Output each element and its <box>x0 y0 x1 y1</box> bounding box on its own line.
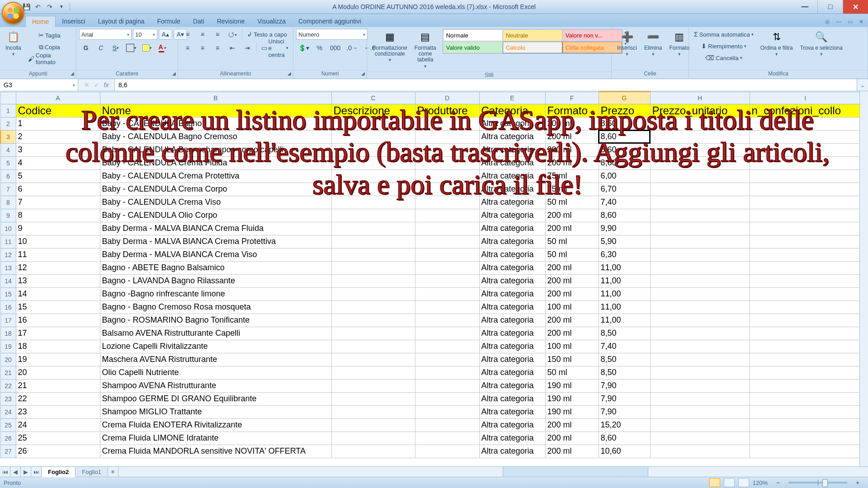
cell-H1[interactable]: Prezzo_unitario <box>650 104 750 117</box>
ribbon-options-icon[interactable]: ▭ <box>848 19 853 25</box>
merge-center-button[interactable]: ▭Unisci e centra▾ <box>259 42 291 53</box>
cell-F17[interactable]: 200 ml <box>545 314 599 327</box>
cell-D4[interactable] <box>415 143 479 156</box>
cell-E19[interactable]: Altra categoria <box>479 340 545 353</box>
delete-cells-button[interactable]: ➖Elimina▼ <box>642 29 665 57</box>
cell-G21[interactable]: 8,50 <box>599 366 650 379</box>
cell-C13[interactable] <box>331 261 415 274</box>
currency-button[interactable]: 💲▾ <box>296 42 311 53</box>
cell-B19[interactable]: Lozione Capelli Rivitalizzante <box>100 340 331 353</box>
cell-I3[interactable] <box>750 130 859 143</box>
format-painter-button[interactable]: 🖌Copia formato <box>26 53 73 64</box>
borders-button[interactable]: ▾ <box>124 42 139 53</box>
cell-H10[interactable] <box>650 222 750 235</box>
ribbon-tab-componenti-aggiuntivi[interactable]: Componenti aggiuntivi <box>292 16 368 27</box>
cell-I11[interactable] <box>750 235 859 248</box>
style-calcolo[interactable]: Calcolo <box>503 42 562 53</box>
cell-D22[interactable] <box>415 379 479 392</box>
cell-F8[interactable]: 50 ml <box>545 196 599 209</box>
find-select-button[interactable]: 🔍Trova e seleziona▼ <box>797 29 845 57</box>
font-name-combo[interactable]: Arial▾ <box>79 29 132 40</box>
column-header-H[interactable]: H <box>650 92 750 104</box>
style-normale[interactable]: Normale <box>443 29 503 41</box>
cell-I9[interactable] <box>750 209 859 222</box>
cell-B16[interactable]: Bagno - Bagno Cremoso Rosa mosqueta <box>100 300 331 314</box>
cell-B24[interactable]: Shampoo MIGLIO Trattante <box>100 405 331 418</box>
cell-C25[interactable] <box>331 418 415 432</box>
cell-I5[interactable] <box>750 156 859 169</box>
cell-A5[interactable]: 4 <box>16 156 100 169</box>
cell-I13[interactable] <box>750 261 859 274</box>
cell-G16[interactable]: 11,00 <box>599 300 650 314</box>
cell-A12[interactable]: 11 <box>16 248 100 261</box>
align-bottom-button[interactable]: ≡ <box>211 29 224 40</box>
cell-E8[interactable]: Altra categoria <box>479 196 545 209</box>
cell-D21[interactable] <box>415 366 479 379</box>
cell-D7[interactable] <box>415 183 479 196</box>
column-header-C[interactable]: C <box>331 92 415 104</box>
cell-F18[interactable]: 200 ml <box>545 327 599 340</box>
row-header[interactable]: 21 <box>0 366 16 379</box>
vertical-scrollbar[interactable] <box>859 91 868 466</box>
ribbon-tab-inserisci[interactable]: Inserisci <box>56 16 91 27</box>
cell-H16[interactable] <box>650 300 750 314</box>
cell-F10[interactable]: 200 ml <box>545 222 599 235</box>
cell-H27[interactable] <box>650 445 750 458</box>
sort-filter-button[interactable]: ⇅Ordina e filtra▼ <box>758 29 796 57</box>
cell-F5[interactable]: 200 ml <box>545 156 599 169</box>
cell-C8[interactable] <box>331 196 415 209</box>
cell-H15[interactable] <box>650 287 750 300</box>
ribbon-tab-revisione[interactable]: Revisione <box>211 16 251 27</box>
cell-B12[interactable]: Baby Derma - MALVA BIANCA Crema Viso <box>100 248 331 261</box>
cell-D14[interactable] <box>415 274 479 287</box>
cell-C19[interactable] <box>331 340 415 353</box>
row-header[interactable]: 13 <box>0 261 16 274</box>
cell-G2[interactable]: 8,60 <box>599 117 650 130</box>
cancel-formula-icon[interactable]: ✕ <box>84 81 90 89</box>
copy-button[interactable]: ⧉Copia <box>26 42 73 52</box>
dialog-launcher-icon[interactable]: ◢ <box>288 71 291 76</box>
sheet-tab-foglio2[interactable]: Foglio2 <box>42 467 75 477</box>
cell-D16[interactable] <box>415 300 479 314</box>
cell-A19[interactable]: 18 <box>16 340 100 353</box>
cell-I25[interactable] <box>750 418 859 432</box>
row-header[interactable]: 27 <box>0 445 16 458</box>
cell-F14[interactable]: 200 ml <box>545 274 599 287</box>
enter-formula-icon[interactable]: ✓ <box>94 81 99 89</box>
cell-C15[interactable] <box>331 287 415 300</box>
cell-G5[interactable]: 8,60 <box>599 156 650 169</box>
cell-F19[interactable]: 100 ml <box>545 340 599 353</box>
cell-I27[interactable] <box>750 445 859 458</box>
cell-F9[interactable]: 200 ml <box>545 209 599 222</box>
cell-E21[interactable]: Altra categoria <box>479 366 545 379</box>
cell-B10[interactable]: Baby Derma - MALVA BIANCA Crema Fluida <box>100 222 331 235</box>
cell-C3[interactable] <box>331 130 415 143</box>
cell-F12[interactable]: 50 ml <box>545 248 599 261</box>
cell-G17[interactable]: 11,00 <box>599 314 650 327</box>
cell-G1[interactable]: Prezzo <box>599 104 650 117</box>
name-box-input[interactable] <box>3 81 73 89</box>
cell-D23[interactable] <box>415 392 479 405</box>
close-button[interactable]: ✕ <box>843 0 868 14</box>
undo-icon[interactable]: ↶ <box>34 3 42 10</box>
cell-D18[interactable] <box>415 327 479 340</box>
cell-G24[interactable]: 7,90 <box>599 405 650 418</box>
format-cells-button[interactable]: ▥Formato▼ <box>666 29 692 57</box>
select-all-corner[interactable] <box>0 92 16 104</box>
cell-E25[interactable]: Altra categoria <box>479 418 545 432</box>
formula-input[interactable] <box>118 81 854 89</box>
row-header[interactable]: 7 <box>0 183 16 196</box>
cell-A9[interactable]: 8 <box>16 209 100 222</box>
cell-H25[interactable] <box>650 418 750 432</box>
cell-F21[interactable]: 50 ml <box>545 366 599 379</box>
font-color-button[interactable]: A▾ <box>156 42 169 53</box>
cell-D13[interactable] <box>415 261 479 274</box>
cell-G3[interactable]: 8,60 <box>599 130 650 143</box>
cell-C5[interactable] <box>331 156 415 169</box>
row-header[interactable]: 6 <box>0 169 16 183</box>
cell-C14[interactable] <box>331 274 415 287</box>
cell-F23[interactable]: 190 ml <box>545 392 599 405</box>
cell-E16[interactable]: Altra categoria <box>479 300 545 314</box>
zoom-slider[interactable] <box>788 482 847 483</box>
cell-C2[interactable] <box>331 117 415 130</box>
